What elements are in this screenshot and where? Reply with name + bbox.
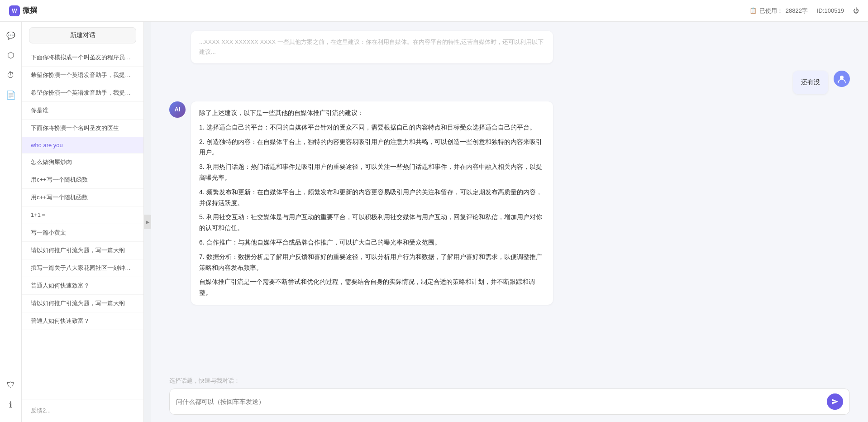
ai-message-line: 6. 合作推广：与其他自媒体平台或品牌合作推广，可以扩大自己的曝光率和受众范围。 [199, 237, 545, 248]
input-row [169, 388, 850, 415]
user-id: ID:100519 [817, 7, 844, 14]
sidebar-chat-item[interactable]: 请以如何推广引流为题，写一篇大纲 [22, 295, 143, 312]
user-avatar [834, 71, 850, 87]
usage-value: 28822字 [786, 7, 808, 15]
sidebar-chat-item[interactable]: 普通人如何快速致富？ [22, 277, 143, 295]
ai-message-line: 5. 利用社交互动：社交媒体是与用户互动的重要平台，可以积极利用社交媒体与用户互… [199, 212, 545, 234]
app-title: 微撰 [23, 6, 37, 15]
sidebar-chat-item[interactable]: 怎么做狗屎炒肉 [22, 153, 143, 171]
icon-bar: 💬 ⬡ ⏱ 📄 🛡 ℹ [0, 22, 22, 422]
partial-message: ...XXXX XXX XXXXXX XXXX 一些其他方案之前，在这里建议：你… [191, 31, 553, 63]
ai-message-line: 自媒体推广引流是一个需要不断尝试和优化的过程，需要结合自身的实际情况，制定合适的… [199, 277, 545, 298]
sidebar-chat-item[interactable]: 1+1＝ [22, 206, 143, 224]
ai-message-line: 1. 选择适合自己的平台：不同的自媒体平台针对的受众不同，需要根据自己的内容特点… [199, 122, 545, 133]
sidebar-bottom: 反馈2... [22, 399, 143, 422]
chat-input-area: 选择话题，快速与我对话： [151, 371, 868, 422]
sidebar-icon-doc[interactable]: 📄 [3, 87, 19, 103]
sidebar-collapse-toggle[interactable]: ▶ [144, 215, 151, 229]
sidebar-chat-item[interactable]: 普通人如何快速致富？ [22, 312, 143, 330]
sidebar-chat-item[interactable]: 请以如何推广引流为题，写一篇大纲 [22, 242, 143, 259]
svg-point-0 [840, 76, 844, 79]
app-logo: W 微撰 [9, 5, 37, 16]
sidebar-icon-cube[interactable]: ⬡ [3, 47, 19, 63]
sidebar-icon-shield[interactable]: 🛡 [3, 377, 19, 393]
user-message-bubble: 还有没 [793, 71, 828, 94]
feedback-item[interactable]: 反馈2... [22, 403, 143, 418]
chat-messages: ...XXXX XXX XXXXXX XXXX 一些其他方案之前，在这里建议：你… [151, 22, 868, 371]
sidebar-icon-chat[interactable]: 💬 [3, 27, 19, 43]
main-layout: 💬 ⬡ ⏱ 📄 🛡 ℹ 新建对话 下面你将模拟成一个叫圣友的程序员，我说...希… [0, 22, 868, 422]
sidebar-icon-clock[interactable]: ⏱ [3, 67, 19, 83]
sidebar-chat-item[interactable]: 希望你扮演一个英语发音助手，我提供给你... [22, 84, 143, 102]
chat-history-list: 下面你将模拟成一个叫圣友的程序员，我说...希望你扮演一个英语发音助手，我提供给… [22, 49, 143, 399]
sidebar-chat-item[interactable]: 你是谁 [22, 102, 143, 120]
ai-message-row: Ai 除了上述建议，以下是一些其他的自媒体推广引流的建议：1. 选择适合自己的平… [169, 101, 850, 305]
sidebar-chat-item[interactable]: 写一篇小黄文 [22, 224, 143, 242]
user-message-row: 还有没 [169, 71, 850, 94]
usage-label: 已使用： [759, 7, 783, 15]
sidebar-chat-item[interactable]: 用c++写一个随机函数 [22, 171, 143, 189]
sidebar-chat-item[interactable]: 用c++写一个随机函数 [22, 189, 143, 206]
ai-message-line: 7. 数据分析：数据分析是了解用户反馈和喜好的重要途径，可以分析用户行为和数据，… [199, 252, 545, 273]
ai-avatar: Ai [169, 101, 186, 118]
chat-area: ...XXXX XXX XXXXXX XXXX 一些其他方案之前，在这里建议：你… [151, 22, 868, 422]
send-button[interactable] [827, 393, 843, 410]
ai-message-line: 4. 频繁发布和更新：在自媒体平台上，频繁发布和更新的内容更容易吸引用户的关注和… [199, 187, 545, 209]
sidebar-chat-item[interactable]: 撰写一篇关于八大家花园社区一刻钟便民生... [22, 259, 143, 277]
ai-message-line: 3. 利用热门话题：热门话题和事件是吸引用户的重要途径，可以关注一些热门话题和事… [199, 162, 545, 183]
logo-icon: W [9, 5, 20, 16]
sidebar-chat-item[interactable]: who are you [22, 137, 143, 153]
topbar: W 微撰 📋 已使用： 28822字 ID:100519 ⏻ [0, 0, 868, 22]
power-button[interactable]: ⏻ [853, 7, 859, 14]
sidebar-chat-item[interactable]: 下面你将扮演一个名叫圣友的医生 [22, 120, 143, 137]
ai-message-bubble: 除了上述建议，以下是一些其他的自媒体推广引流的建议：1. 选择适合自己的平台：不… [191, 101, 553, 305]
ai-message-line: 2. 创造独特的内容：在自媒体平台上，独特的内容更容易吸引用户的注意力和共鸣，可… [199, 137, 545, 158]
usage-info: 📋 已使用： 28822字 [749, 7, 808, 15]
sidebar-chat-item[interactable]: 希望你扮演一个英语发音助手，我提供给你... [22, 67, 143, 84]
sidebar-chat-item[interactable]: 下面你将模拟成一个叫圣友的程序员，我说... [22, 49, 143, 67]
ai-message-line: 除了上述建议，以下是一些其他的自媒体推广引流的建议： [199, 108, 545, 119]
topbar-right: 📋 已使用： 28822字 ID:100519 ⏻ [749, 7, 859, 15]
sidebar: 新建对话 下面你将模拟成一个叫圣友的程序员，我说...希望你扮演一个英语发音助手… [22, 22, 144, 422]
user-message-text: 还有没 [801, 78, 820, 86]
doc-icon: 📋 [749, 7, 757, 14]
sidebar-icon-info[interactable]: ℹ [3, 397, 19, 413]
new-chat-button[interactable]: 新建对话 [29, 27, 136, 43]
chat-input[interactable] [176, 398, 823, 405]
quick-topics-label: 选择话题，快速与我对话： [169, 377, 850, 385]
